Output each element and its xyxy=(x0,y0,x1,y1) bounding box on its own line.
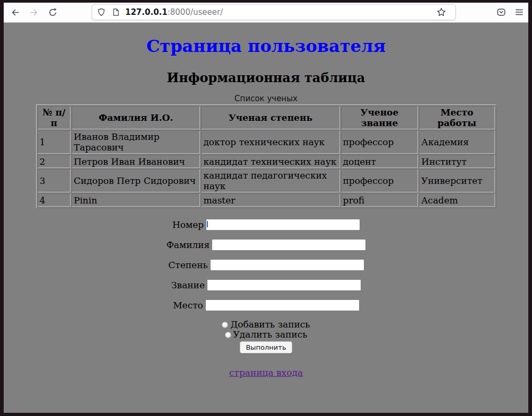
refresh-icon[interactable] xyxy=(47,6,58,18)
cell-num: 1 xyxy=(38,130,71,154)
form-row-place: Место xyxy=(4,299,528,310)
number-label: Номер xyxy=(172,219,204,230)
form-row-rank: Звание xyxy=(4,279,528,290)
url-domain: 127.0.0.1 xyxy=(125,7,168,17)
table-caption: Список ученых xyxy=(4,94,528,103)
delete-record-label: Удалить запись xyxy=(233,329,308,340)
page-title: Страница пользователя xyxy=(4,36,528,56)
cell-degree: master xyxy=(201,193,339,207)
cell-work: Институт xyxy=(419,155,494,168)
form-row-number: Номер xyxy=(4,219,528,229)
cell-degree: кандидат педагогических наук xyxy=(201,169,339,192)
cell-num: 3 xyxy=(38,169,71,192)
cell-rank: profi xyxy=(341,193,418,207)
cell-rank: профессор xyxy=(341,169,418,192)
header-rank: Ученое звание xyxy=(341,106,418,129)
table-row: 1 Иванов Владимир Тарасович доктор техни… xyxy=(38,130,495,154)
cell-degree: кандидат технических наук xyxy=(201,155,339,168)
cell-name: Иванов Владимир Тарасович xyxy=(72,130,200,154)
table-header-row: № п/п Фамилия И.О. Ученая степень Ученое… xyxy=(38,106,495,129)
action-radio-group: Добавить запись Удалить запись xyxy=(4,320,528,340)
login-link-wrap: страница входа xyxy=(4,367,528,378)
text-caret xyxy=(207,221,208,227)
browser-window: 127.0.0.1:8000/useeer/ Страница пользова… xyxy=(4,3,528,413)
table-row: 4 Pinin master profi Academ xyxy=(38,193,495,207)
record-form: Номер Фамилия Степень Звание Место Добав… xyxy=(4,219,528,353)
browser-toolbar: 127.0.0.1:8000/useeer/ xyxy=(4,3,528,23)
cell-name: Pinin xyxy=(72,193,200,207)
page-proxy-icon[interactable] xyxy=(111,7,120,17)
page-subtitle: Информационная таблица xyxy=(4,70,528,85)
url-bar[interactable]: 127.0.0.1:8000/useeer/ xyxy=(92,4,456,20)
header-degree: Ученая степень xyxy=(201,106,339,129)
rank-input[interactable] xyxy=(207,280,361,290)
header-num: № п/п xyxy=(38,106,71,129)
scientists-table: № п/п Фамилия И.О. Ученая степень Ученое… xyxy=(36,104,496,208)
degree-label: Степень xyxy=(168,260,207,270)
cell-num: 4 xyxy=(38,193,71,207)
bookmark-star-icon[interactable] xyxy=(437,7,446,17)
form-row-surname: Фамилия xyxy=(4,239,528,250)
cell-name: Петров Иван Иванович xyxy=(72,155,200,168)
surname-label: Фамилия xyxy=(167,240,210,250)
cell-rank: профессор xyxy=(341,130,418,154)
cell-work: Университет xyxy=(419,169,494,192)
forward-icon[interactable] xyxy=(28,6,40,18)
add-record-label: Добавить запись xyxy=(230,319,310,330)
number-input[interactable] xyxy=(206,219,360,230)
radio-line-delete: Удалить запись xyxy=(4,330,528,340)
table-row: 3 Сидоров Петр Сидорович кандидат педаго… xyxy=(38,169,495,192)
menu-icon[interactable] xyxy=(513,6,525,18)
form-row-degree: Степень xyxy=(4,259,528,270)
back-icon[interactable] xyxy=(9,6,21,18)
cell-work: Академия xyxy=(419,130,494,154)
surname-input[interactable] xyxy=(212,240,365,250)
add-record-radio[interactable] xyxy=(222,322,228,328)
login-page-link[interactable]: страница входа xyxy=(229,367,303,378)
page-viewport: Страница пользователя Информационная таб… xyxy=(4,23,528,413)
radio-line-add: Добавить запись xyxy=(4,320,528,330)
pocket-icon[interactable] xyxy=(495,6,507,18)
delete-record-radio[interactable] xyxy=(225,332,231,338)
url-text[interactable]: 127.0.0.1:8000/useeer/ xyxy=(125,7,432,17)
header-name: Фамилия И.О. xyxy=(72,106,200,129)
cell-work: Academ xyxy=(419,193,494,207)
shield-icon[interactable] xyxy=(97,7,106,17)
url-path: :8000/useeer/ xyxy=(168,7,223,17)
cell-rank: доцент xyxy=(341,155,418,168)
header-work: Место работы xyxy=(419,106,494,129)
rank-label: Звание xyxy=(171,280,205,290)
table-row: 2 Петров Иван Иванович кандидат техничес… xyxy=(38,155,495,168)
place-label: Место xyxy=(173,300,203,311)
cell-num: 2 xyxy=(38,155,71,168)
place-input[interactable] xyxy=(206,300,359,311)
cell-name: Сидоров Петр Сидорович xyxy=(72,169,200,192)
cell-degree: доктор технических наук xyxy=(201,130,339,154)
degree-input[interactable] xyxy=(211,260,364,270)
execute-button[interactable]: Выполнить xyxy=(240,341,292,353)
